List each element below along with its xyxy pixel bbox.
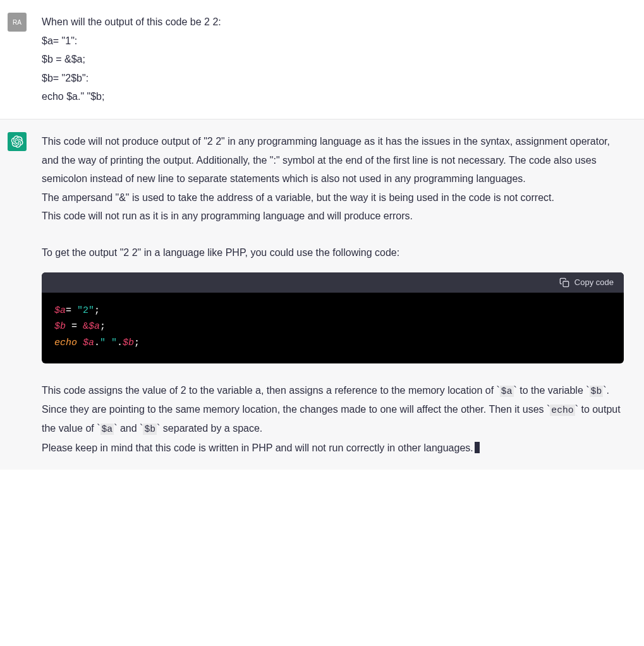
user-line: When will the output of this code be 2 2… bbox=[42, 13, 624, 32]
assistant-paragraph: Please keep in mind that this code is wr… bbox=[42, 439, 624, 458]
copy-code-label: Copy code bbox=[574, 277, 614, 287]
assistant-paragraph: To get the output "2 2" in a language li… bbox=[42, 243, 624, 262]
copy-code-button[interactable]: Copy code bbox=[559, 277, 614, 288]
user-line: $a= "1": bbox=[42, 32, 624, 51]
code-block: Copy code $a= "2";$b = &$a;echo $a." ".$… bbox=[42, 272, 624, 364]
assistant-content: This code will not produce output of "2 … bbox=[42, 132, 636, 457]
assistant-paragraph: This code will not run as it is in any p… bbox=[42, 207, 624, 226]
clipboard-icon bbox=[559, 277, 569, 288]
code-header: Copy code bbox=[42, 272, 624, 293]
user-message: RA When will the output of this code be … bbox=[0, 0, 644, 119]
user-line: $b= "2$b": bbox=[42, 69, 624, 88]
typing-cursor bbox=[475, 442, 480, 453]
user-avatar-label: RA bbox=[13, 19, 21, 26]
assistant-paragraph: This code will not produce output of "2 … bbox=[42, 132, 624, 188]
code-body: $a= "2";$b = &$a;echo $a." ".$b; bbox=[42, 293, 624, 364]
assistant-message: This code will not produce output of "2 … bbox=[0, 119, 644, 470]
user-avatar: RA bbox=[8, 13, 27, 32]
user-line: echo $a." "$b; bbox=[42, 87, 624, 106]
svg-rect-0 bbox=[563, 281, 569, 287]
assistant-avatar bbox=[8, 132, 27, 151]
user-content: When will the output of this code be 2 2… bbox=[42, 13, 636, 106]
assistant-paragraph: The ampersand "&" is used to take the ad… bbox=[42, 188, 624, 207]
assistant-paragraph: This code assigns the value of 2 to the … bbox=[42, 381, 624, 439]
openai-icon bbox=[11, 135, 23, 148]
user-line: $b = &$a; bbox=[42, 50, 624, 69]
